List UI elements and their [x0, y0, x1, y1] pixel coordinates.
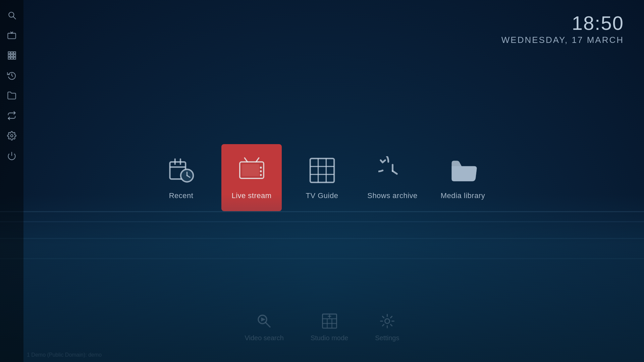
svg-line-23: [245, 158, 248, 162]
shows-archive-icon: [377, 155, 408, 185]
svg-point-26: [260, 170, 262, 172]
svg-point-27: [260, 174, 262, 176]
svg-point-25: [260, 167, 262, 169]
sidebar-item-switch[interactable]: [3, 107, 20, 124]
clock-area: 18:50 Wednesday, 17 March: [501, 13, 624, 45]
svg-rect-3: [8, 52, 10, 54]
svg-rect-4: [11, 52, 13, 54]
live-stream-icon: [236, 155, 267, 185]
background-ocean: [0, 194, 644, 362]
sidebar-item-folder[interactable]: [3, 87, 20, 104]
svg-rect-9: [8, 57, 10, 59]
sidebar-item-tv[interactable]: [3, 27, 20, 44]
svg-line-24: [256, 158, 259, 162]
sidebar-item-search[interactable]: [3, 7, 20, 23]
tv-guide-icon: [307, 155, 337, 185]
svg-rect-5: [14, 52, 16, 54]
svg-point-12: [11, 135, 13, 137]
svg-line-1: [13, 17, 16, 19]
clock-date: Wednesday, 17 March: [501, 35, 624, 45]
svg-rect-7: [11, 55, 13, 57]
svg-rect-10: [11, 57, 13, 59]
svg-line-34: [392, 171, 397, 174]
sidebar-item-recent[interactable]: [3, 67, 20, 84]
svg-rect-22: [242, 164, 259, 176]
svg-rect-11: [14, 57, 16, 59]
recent-icon: [166, 155, 196, 185]
sidebar-item-power[interactable]: [3, 147, 20, 164]
clock-time: 18:50: [501, 13, 624, 33]
svg-rect-2: [8, 33, 15, 39]
svg-rect-8: [14, 55, 16, 57]
svg-rect-6: [8, 55, 10, 57]
sidebar: [0, 0, 23, 362]
sidebar-item-settings[interactable]: [3, 127, 20, 144]
media-library-icon: [448, 155, 478, 185]
svg-rect-28: [310, 158, 334, 182]
sidebar-item-grid[interactable]: [3, 47, 20, 64]
